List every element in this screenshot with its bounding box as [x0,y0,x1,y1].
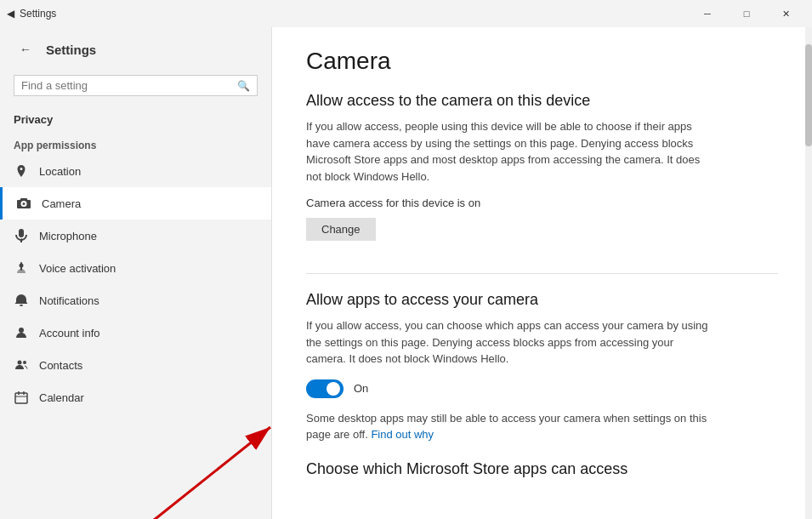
sidebar-item-voice-activation[interactable]: Voice activation [0,252,271,284]
contacts-label: Contacts [39,359,82,372]
section2-note: Some desktop apps may still be able to a… [306,410,714,443]
search-box[interactable]: 🔍 [14,75,258,96]
page-title: Camera [306,48,778,75]
camera-toggle-row: On [306,379,778,398]
section1-heading: Allow access to the camera on this devic… [306,92,778,110]
sidebar-header: ← Settings [0,27,271,71]
search-icon[interactable]: 🔍 [237,80,250,92]
voice-activation-icon [14,260,29,276]
privacy-label: Privacy [0,106,271,133]
sidebar-item-contacts[interactable]: Contacts [0,349,271,381]
sidebar-item-location[interactable]: Location [0,155,271,187]
section3-heading: Choose which Microsoft Store apps can ac… [306,460,778,478]
microphone-label: Microphone [39,230,97,242]
svg-point-2 [19,328,24,333]
voice-activation-label: Voice activation [39,262,116,275]
location-label: Location [39,165,81,178]
svg-line-9 [153,427,270,519]
notifications-icon [14,293,29,308]
sidebar-item-calendar[interactable]: Calendar [0,381,271,413]
section-divider [306,273,778,274]
minimize-button[interactable]: ─ [688,0,727,27]
calendar-label: Calendar [39,391,84,404]
camera-toggle[interactable] [306,379,344,398]
title-bar: ◀ Settings ─ □ ✕ [0,0,812,27]
svg-rect-1 [20,262,22,271]
back-button[interactable]: ← [14,37,37,61]
change-button[interactable]: Change [306,218,376,241]
close-button[interactable]: ✕ [766,0,805,27]
sidebar-item-notifications[interactable]: Notifications [0,284,271,317]
app-body: ← Settings 🔍 Privacy App permissions Loc… [0,27,812,519]
svg-point-3 [18,361,22,365]
sidebar: ← Settings 🔍 Privacy App permissions Loc… [0,27,272,519]
scrollbar-thumb[interactable] [805,44,812,146]
title-bar-title: Settings [20,8,56,20]
toggle-thumb [327,382,340,396]
section2-heading: Allow apps to access your camera [306,291,778,309]
app-permissions-label: App permissions [0,133,271,155]
notifications-label: Notifications [39,294,99,307]
svg-point-4 [23,361,26,364]
microphone-icon [14,228,29,243]
toggle-state-label: On [354,382,368,395]
sidebar-app-title: Settings [46,43,96,57]
contacts-icon [14,357,29,373]
account-info-icon [14,325,29,340]
location-icon [14,163,29,179]
account-info-label: Account info [39,327,100,339]
search-input[interactable] [21,79,237,92]
sidebar-item-microphone[interactable]: Microphone [0,220,271,252]
section2-description: If you allow access, you can choose whic… [306,317,714,368]
content-area: Camera Allow access to the camera on thi… [272,27,812,519]
calendar-icon [14,390,29,405]
title-bar-back-icon: ◀ [7,8,14,20]
maximize-button[interactable]: □ [727,0,766,27]
section1-description: If you allow access, people using this d… [306,118,714,185]
sidebar-item-camera[interactable]: Camera [0,187,271,220]
title-bar-controls: ─ □ ✕ [688,0,805,27]
svg-rect-5 [15,393,27,403]
sidebar-item-account-info[interactable]: Account info [0,317,271,349]
section1-status: Camera access for this device is on [306,197,778,209]
scrollbar-track[interactable] [805,27,812,519]
camera-label: Camera [42,197,81,210]
note-text-content: Some desktop apps may still be able to a… [306,412,707,442]
find-out-why-link[interactable]: Find out why [371,428,434,441]
camera-icon [16,196,31,211]
